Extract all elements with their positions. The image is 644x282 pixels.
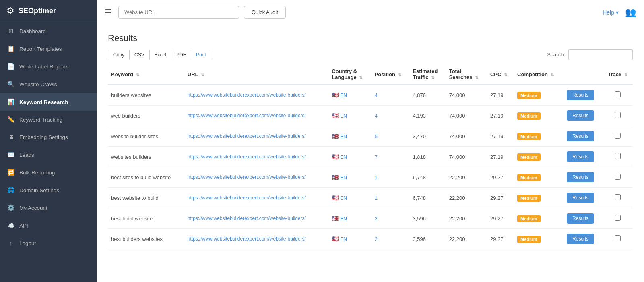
searches-cell: 22,200 <box>446 208 487 229</box>
track-cell <box>603 188 633 208</box>
user-icon[interactable]: 👥 <box>625 7 636 18</box>
sidebar-item-keyword-tracking[interactable]: ✏️Keyword Tracking <box>0 111 97 129</box>
position-cell: 2 <box>372 229 410 249</box>
api-icon: ☁️ <box>7 222 14 229</box>
logout-icon: ↑ <box>7 240 14 247</box>
cpc-cell: 29.27 <box>487 208 514 229</box>
sidebar-item-report-templates[interactable]: 📋Report Templates <box>0 40 97 58</box>
track-cell <box>603 208 633 229</box>
sidebar-item-dashboard[interactable]: ⊞Dashboard <box>0 22 97 40</box>
table-row: web builders https://www.websitebuildere… <box>108 106 633 126</box>
chevron-down-icon: ▾ <box>616 9 619 16</box>
sort-icon[interactable]: ⇅ <box>201 73 204 77</box>
keyword-cell: best website to build <box>108 188 184 208</box>
results-button[interactable]: Results <box>567 172 594 182</box>
quick-audit-button[interactable]: Quick Audit <box>244 6 286 19</box>
url-cell: https://www.websitebuilderexpert.com/web… <box>184 126 329 147</box>
keyword-tracking-icon: ✏️ <box>7 116 14 123</box>
cpc-cell: 27.19 <box>487 147 514 167</box>
sidebar-item-embedding-settings[interactable]: 🖥Embedding Settings <box>0 129 97 146</box>
competition-cell: Medium <box>514 85 564 106</box>
url-input[interactable] <box>118 6 239 19</box>
sort-icon[interactable]: ⇅ <box>136 73 139 77</box>
topbar: ☰ Quick Audit Help ▾ 👥 <box>97 0 644 25</box>
results-button[interactable]: Results <box>567 131 594 141</box>
competition-cell: Medium <box>514 229 564 249</box>
flag-icon: 🇺🇸 <box>332 174 339 180</box>
report-templates-icon: 📋 <box>7 45 14 52</box>
dashboard-icon: ⊞ <box>7 27 14 35</box>
help-button[interactable]: Help ▾ <box>603 9 619 16</box>
results-button[interactable]: Results <box>567 213 594 224</box>
language-tag: EN <box>340 113 347 119</box>
track-checkbox[interactable] <box>615 194 621 200</box>
sidebar-item-bulk-reporting[interactable]: 🔁Bulk Reporting <box>0 164 97 181</box>
position-cell: 2 <box>372 208 410 229</box>
track-checkbox[interactable] <box>615 235 621 241</box>
sort-icon[interactable]: ⇅ <box>359 75 362 80</box>
track-cell <box>603 167 633 188</box>
track-checkbox[interactable] <box>615 153 621 159</box>
track-checkbox[interactable] <box>615 133 621 139</box>
country-cell: 🇺🇸EN <box>328 229 371 249</box>
track-checkbox[interactable] <box>615 112 621 118</box>
sort-icon[interactable]: ⇅ <box>551 73 554 77</box>
track-cell <box>603 229 633 249</box>
menu-icon[interactable]: ☰ <box>105 8 112 17</box>
sidebar-item-label: Keyword Research <box>19 99 68 105</box>
sort-icon[interactable]: ⇅ <box>398 73 401 77</box>
track-checkbox[interactable] <box>615 91 621 97</box>
sidebar: ⚙ SEOptimer ⊞Dashboard📋Report Templates📄… <box>0 0 97 282</box>
sidebar-item-leads[interactable]: ✉️Leads <box>0 146 97 164</box>
sort-icon[interactable]: ⇅ <box>504 73 507 77</box>
sort-icon[interactable]: ⇅ <box>431 75 434 80</box>
results-button[interactable]: Results <box>567 110 594 121</box>
position-cell: 7 <box>372 147 410 167</box>
table-row: website builder sites https://www.websit… <box>108 126 633 147</box>
print-button[interactable]: Print <box>191 50 211 60</box>
language-tag: EN <box>340 195 347 201</box>
leads-icon: ✉️ <box>7 151 14 158</box>
keyword-cell: builders websites <box>108 85 184 106</box>
results-button[interactable]: Results <box>567 151 594 162</box>
flag-icon: 🇺🇸 <box>332 236 339 242</box>
website-crawls-icon: 🔍 <box>7 81 14 88</box>
language-tag: EN <box>340 154 347 160</box>
track-checkbox[interactable] <box>615 174 621 180</box>
table-row: best builders websites https://www.websi… <box>108 229 633 249</box>
url-cell: https://www.websitebuilderexpert.com/web… <box>184 208 329 229</box>
results-action-cell: Results <box>564 106 603 126</box>
sidebar-item-logout[interactable]: ↑Logout <box>0 234 97 252</box>
track-checkbox[interactable] <box>615 215 621 221</box>
country-cell: 🇺🇸EN <box>328 126 371 147</box>
topbar-right: Help ▾ 👥 <box>603 7 636 18</box>
results-button[interactable]: Results <box>567 234 594 244</box>
pdf-button[interactable]: PDF <box>171 50 191 60</box>
results-button[interactable]: Results <box>567 193 594 203</box>
competition-cell: Medium <box>514 188 564 208</box>
embedding-settings-icon: 🖥 <box>7 134 14 141</box>
sidebar-item-keyword-research[interactable]: 📊Keyword Research <box>0 93 97 111</box>
col-searches: TotalSearches ⇅ <box>446 64 487 85</box>
sidebar-item-white-label-reports[interactable]: 📄White Label Reports <box>0 58 97 75</box>
flag-icon: 🇺🇸 <box>332 133 339 139</box>
col-competition: Competition ⇅ <box>514 64 564 85</box>
sidebar-item-api[interactable]: ☁️API <box>0 217 97 234</box>
results-action-cell: Results <box>564 126 603 147</box>
search-label: Search: <box>547 52 565 58</box>
competition-cell: Medium <box>514 126 564 147</box>
table-row: best build website https://www.websitebu… <box>108 208 633 229</box>
copy-button[interactable]: Copy <box>108 50 130 60</box>
cpc-cell: 27.19 <box>487 106 514 126</box>
search-input[interactable] <box>568 49 633 60</box>
sidebar-item-domain-settings[interactable]: 🌐Domain Settings <box>0 181 97 199</box>
sidebar-item-my-account[interactable]: ⚙️My Account <box>0 199 97 217</box>
sidebar-item-website-crawls[interactable]: 🔍Website Crawls <box>0 75 97 93</box>
sort-icon[interactable]: ⇅ <box>475 75 478 80</box>
sort-icon[interactable]: ⇅ <box>624 73 627 77</box>
csv-button[interactable]: CSV <box>130 50 150 60</box>
results-button[interactable]: Results <box>567 90 594 100</box>
searches-cell: 74,000 <box>446 85 487 106</box>
excel-button[interactable]: Excel <box>150 50 171 60</box>
competition-badge: Medium <box>517 153 541 161</box>
